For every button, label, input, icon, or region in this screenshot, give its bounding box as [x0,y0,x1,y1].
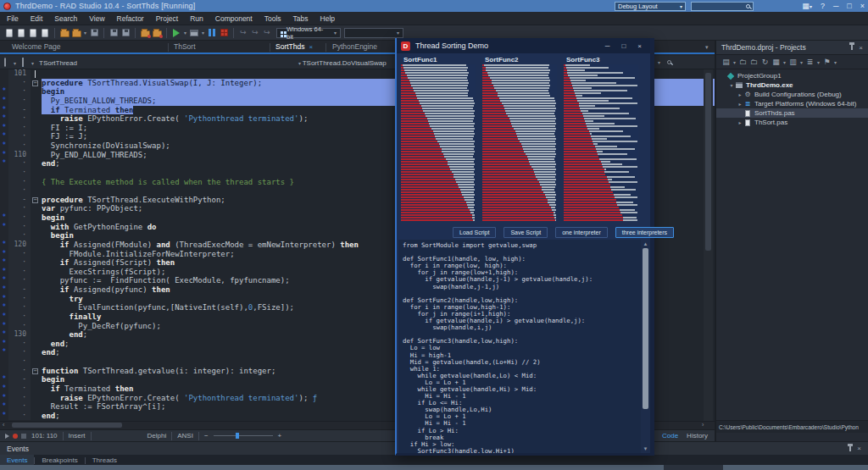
remove-from-project-icon[interactable] [151,27,163,39]
line-number[interactable]: · [8,178,31,187]
menu-search[interactable]: Search [54,14,77,23]
line-number[interactable]: · [8,402,31,412]
menu-tools[interactable]: Tools [264,14,281,23]
open-project-icon[interactable] [70,27,82,39]
demo-close-button[interactable]: × [637,42,642,50]
close-tab-icon[interactable]: × [309,43,314,51]
chevron-down-icon[interactable]: ▾ [733,59,736,65]
save-all-icon[interactable] [108,27,120,39]
menu-component[interactable]: Component [215,14,253,23]
save-script-button[interactable]: Save Script [504,227,548,238]
close-button[interactable]: × [860,2,865,10]
save-file-icon[interactable] [27,27,39,39]
line-number[interactable]: · [8,348,31,357]
line-number[interactable]: · [8,223,31,232]
line-number[interactable]: 110 [8,151,31,160]
line-number[interactable]: · [8,312,31,322]
line-number[interactable]: - [8,285,31,295]
new-item-icon[interactable]: ▤ [721,57,732,68]
save-as-icon[interactable] [39,27,51,39]
project-options-icon[interactable] [120,27,131,39]
fold-collapse-icon[interactable]: − [32,80,38,86]
close-panel-icon[interactable]: × [859,44,863,52]
line-number[interactable]: · [8,295,31,304]
step-out-icon[interactable]: ↪ [261,27,273,39]
macro-record-icon[interactable] [13,434,18,439]
zoom-slider[interactable] [214,435,273,436]
tab-pythonengine[interactable]: PythonEngine [332,42,377,51]
menu-file[interactable]: File [7,14,19,23]
line-number[interactable]: · [8,268,31,277]
tree-item-projectgroup1[interactable]: ProjectGroup1 [716,71,868,80]
open-folder-icon[interactable]: 🗀 [737,57,748,68]
chevron-down-icon[interactable]: ▾ [658,59,660,65]
tab-list-dropdown-icon[interactable]: ▾ [705,44,709,51]
python-script-editor[interactable]: from SortModule import getvalue,swap def… [398,240,641,453]
maximize-button[interactable]: □ [847,2,851,10]
fold-column[interactable]: − [31,367,42,376]
pause-icon[interactable] [206,27,218,39]
help-icon[interactable]: ? [821,2,825,10]
new-project-icon[interactable] [58,27,70,39]
line-number[interactable]: · [8,303,31,312]
folder-icon[interactable]: 🗀 [748,57,760,68]
tab-history[interactable]: History [687,432,708,440]
breadcrumb-class[interactable]: TSortThread [39,59,77,67]
line-number[interactable]: · [8,213,31,223]
scroll-down-icon[interactable]: ▼ [641,446,650,451]
line-number[interactable]: · [8,412,31,421]
fold-column[interactable]: − [31,196,42,205]
menu-edit[interactable]: Edit [31,14,43,23]
line-number[interactable]: · [8,114,31,124]
tree-expand-icon[interactable]: ▾ [728,82,735,88]
line-number[interactable]: · [8,357,31,367]
demo-window-title-bar[interactable]: D Thread Sorting Demo ─ □ × [397,38,650,53]
line-number[interactable]: · [8,79,31,88]
line-number[interactable]: · [8,87,31,97]
tree-item-sortthds-pas[interactable]: SortThds.pas [716,108,868,118]
scroll-right-icon[interactable]: › [702,422,704,428]
line-number[interactable]: · [8,322,31,331]
editor-vertical-scrollbar-thumb[interactable] [705,73,711,251]
menu-refactor[interactable]: Refactor [117,14,144,23]
macro-play-icon[interactable] [5,434,9,439]
run-without-debugging-icon[interactable] [188,27,200,39]
step-over-icon[interactable]: ↪ [237,27,249,39]
line-number[interactable]: · [8,384,31,394]
menu-view[interactable]: View [89,14,104,23]
line-number[interactable]: 120 [8,241,31,250]
line-number[interactable]: · [8,132,31,141]
trace-into-icon[interactable]: ↪ [249,27,261,39]
editor-horizontal-scrollbar-thumb[interactable] [12,423,122,428]
tree-expand-icon[interactable]: ▸ [737,101,743,107]
search-icon[interactable] [667,60,671,64]
chevron-down-icon[interactable]: ▾ [84,30,86,36]
line-number[interactable]: - [8,375,31,384]
three-interpreters-button[interactable]: three interpreters [615,227,674,238]
program-reset-icon[interactable] [218,27,230,39]
zoom-slider-thumb[interactable] [236,433,239,439]
fold-column[interactable]: − [31,79,42,88]
chevron-down-icon[interactable]: ▾ [817,59,820,65]
pin-icon[interactable] [851,45,853,50]
tree-expand-icon[interactable]: ▸ [737,119,743,125]
line-number[interactable]: - [8,196,31,205]
zoom-in-icon[interactable]: + [278,432,282,440]
add-to-project-icon[interactable] [139,27,151,39]
line-number[interactable]: · [8,141,31,151]
line-number[interactable]: · [8,340,31,349]
menu-tabs[interactable]: Tabs [293,14,309,23]
tree-item-build-configurations-debug-[interactable]: ▸⚙Build Configurations (Debug) [716,90,868,99]
script-scrollbar-thumb[interactable] [643,248,648,409]
line-number[interactable]: · [8,250,31,259]
one-interpreter-button[interactable]: one interpreter [555,227,608,238]
close-panel-icon[interactable]: × [857,445,861,452]
fold-collapse-icon[interactable]: − [32,368,38,374]
line-number[interactable]: · [8,258,31,268]
tree-expand-icon[interactable]: ▸ [737,91,743,97]
refresh-icon[interactable]: ↻ [760,57,771,68]
zoom-out-icon[interactable]: − [204,432,209,440]
chevron-down-icon[interactable]: ▾ [202,30,204,36]
tab-code[interactable]: Code [662,432,678,440]
minimize-button[interactable]: ─ [833,2,838,10]
